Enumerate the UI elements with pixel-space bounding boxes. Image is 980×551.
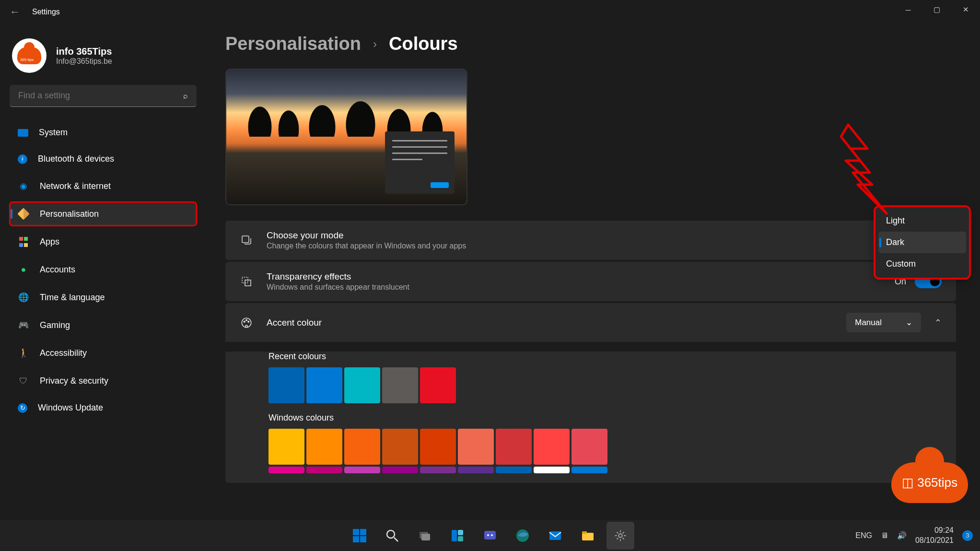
select-value: Manual — [855, 318, 882, 328]
expand-button[interactable]: ⌃ — [934, 317, 942, 328]
sidebar-item-time[interactable]: 🌐 Time & language — [10, 285, 197, 309]
avatar: 365 tips — [12, 38, 47, 73]
colour-swatch[interactable] — [268, 467, 304, 473]
mode-icon — [240, 234, 253, 246]
start-button[interactable] — [346, 522, 373, 550]
search-box[interactable]: ⌕ — [10, 85, 197, 107]
breadcrumb-parent[interactable]: Personalisation — [225, 34, 361, 54]
accounts-icon: ● — [18, 264, 29, 275]
sidebar-item-label: Gaming — [40, 320, 70, 330]
search-input[interactable] — [18, 91, 183, 101]
dropdown-option-custom[interactable]: Custom — [878, 253, 966, 275]
svg-point-5 — [246, 319, 247, 321]
dropdown-option-dark[interactable]: Dark — [878, 232, 966, 253]
transparency-card[interactable]: Transparency effects Windows and surface… — [225, 262, 956, 301]
chevron-right-icon: › — [373, 37, 377, 51]
colour-swatch[interactable] — [382, 467, 418, 473]
accent-card[interactable]: Accent colour Manual ⌄ ⌃ — [225, 303, 956, 342]
sidebar-item-label: Personalisation — [40, 209, 99, 219]
colour-swatch[interactable] — [344, 467, 380, 473]
colour-swatch[interactable] — [344, 367, 380, 403]
sidebar-item-update[interactable]: ↻ Windows Update — [10, 397, 197, 419]
transparency-icon — [240, 276, 253, 287]
svg-rect-7 — [353, 529, 359, 535]
svg-rect-10 — [360, 536, 366, 542]
sidebar: 365 tips info 365Tips Info@365tips.be ⌕ … — [0, 24, 206, 520]
colour-swatch[interactable] — [420, 429, 456, 465]
sidebar-item-privacy[interactable]: 🛡 Privacy & security — [10, 369, 197, 393]
colour-swatch[interactable] — [306, 467, 342, 473]
palette-icon — [240, 317, 253, 329]
app-title: Settings — [32, 8, 60, 16]
svg-rect-24 — [582, 531, 587, 534]
card-title: Choose your mode — [267, 230, 942, 241]
svg-rect-8 — [360, 529, 366, 535]
mode-card[interactable]: Choose your mode Change the colours that… — [225, 221, 956, 260]
colour-swatch[interactable] — [496, 467, 532, 473]
svg-rect-18 — [484, 531, 496, 539]
volume-tray-icon[interactable]: 🔊 — [897, 531, 907, 540]
svg-point-6 — [248, 321, 249, 322]
colour-swatch[interactable] — [572, 467, 607, 473]
sidebar-item-accessibility[interactable]: 🚶 Accessibility — [10, 341, 197, 365]
widgets-button[interactable] — [443, 522, 471, 550]
sidebar-item-label: Apps — [40, 237, 59, 247]
colour-swatch[interactable] — [458, 429, 494, 465]
maximize-button[interactable]: ▢ — [922, 0, 951, 19]
sidebar-item-system[interactable]: System — [10, 121, 197, 144]
taskbar-search-button[interactable] — [378, 522, 406, 550]
sidebar-item-network[interactable]: ◉ Network & internet — [10, 174, 197, 198]
accessibility-icon: 🚶 — [18, 347, 29, 359]
sidebar-item-label: Network & internet — [40, 181, 111, 191]
colour-swatch[interactable] — [496, 429, 532, 465]
settings-taskbar-button[interactable] — [607, 522, 634, 550]
language-indicator[interactable]: ENG — [855, 531, 872, 540]
chat-button[interactable] — [476, 522, 504, 550]
svg-point-11 — [387, 530, 395, 538]
colour-swatch[interactable] — [534, 429, 570, 465]
colour-swatch[interactable] — [306, 367, 342, 403]
close-button[interactable]: ✕ — [951, 0, 980, 19]
annotation-arrow-icon — [824, 122, 896, 218]
colour-swatch[interactable] — [382, 429, 418, 465]
desktop-preview — [225, 69, 467, 205]
edge-button[interactable] — [509, 522, 537, 550]
sidebar-item-bluetooth[interactable]: ᚼ Bluetooth & devices — [10, 148, 197, 170]
network-tray-icon[interactable]: 🖥 — [881, 531, 888, 540]
wifi-icon: ◉ — [18, 180, 29, 192]
accent-select[interactable]: Manual ⌄ — [846, 313, 921, 332]
colour-swatch[interactable] — [344, 429, 380, 465]
minimize-button[interactable]: ─ — [894, 0, 922, 19]
colour-swatch[interactable] — [306, 429, 342, 465]
back-arrow-icon[interactable]: ← — [10, 6, 20, 18]
svg-rect-23 — [582, 533, 594, 540]
svg-point-25 — [618, 534, 622, 537]
sidebar-item-label: Privacy & security — [40, 376, 108, 386]
clock[interactable]: 09:24 08/10/2021 — [915, 526, 954, 546]
sidebar-item-apps[interactable]: Apps — [10, 230, 197, 254]
notification-badge[interactable]: 3 — [962, 530, 973, 541]
svg-rect-0 — [242, 236, 249, 243]
time-icon: 🌐 — [18, 292, 29, 303]
sidebar-item-gaming[interactable]: 🎮 Gaming — [10, 313, 197, 337]
colour-swatch[interactable] — [268, 367, 304, 403]
account-block[interactable]: 365 tips info 365Tips Info@365tips.be — [10, 34, 197, 85]
explorer-button[interactable] — [574, 522, 602, 550]
colour-swatch[interactable] — [534, 467, 570, 473]
mail-button[interactable] — [541, 522, 569, 550]
sidebar-item-label: Time & language — [40, 293, 105, 303]
task-view-button[interactable] — [411, 522, 439, 550]
sidebar-item-personalisation[interactable]: Personalisation — [10, 202, 197, 226]
colour-swatch[interactable] — [572, 429, 607, 465]
sidebar-item-accounts[interactable]: ● Accounts — [10, 258, 197, 281]
colour-swatch[interactable] — [420, 467, 456, 473]
colour-swatch[interactable] — [268, 429, 304, 465]
colour-swatch[interactable] — [458, 467, 494, 473]
clock-date: 08/10/2021 — [915, 536, 954, 546]
colour-swatch[interactable] — [420, 367, 456, 403]
svg-rect-14 — [421, 534, 430, 540]
colour-swatch[interactable] — [382, 367, 418, 403]
breadcrumb-current: Colours — [389, 34, 458, 54]
breadcrumb: Personalisation › Colours — [225, 34, 956, 54]
window-controls: ─ ▢ ✕ — [894, 0, 980, 19]
